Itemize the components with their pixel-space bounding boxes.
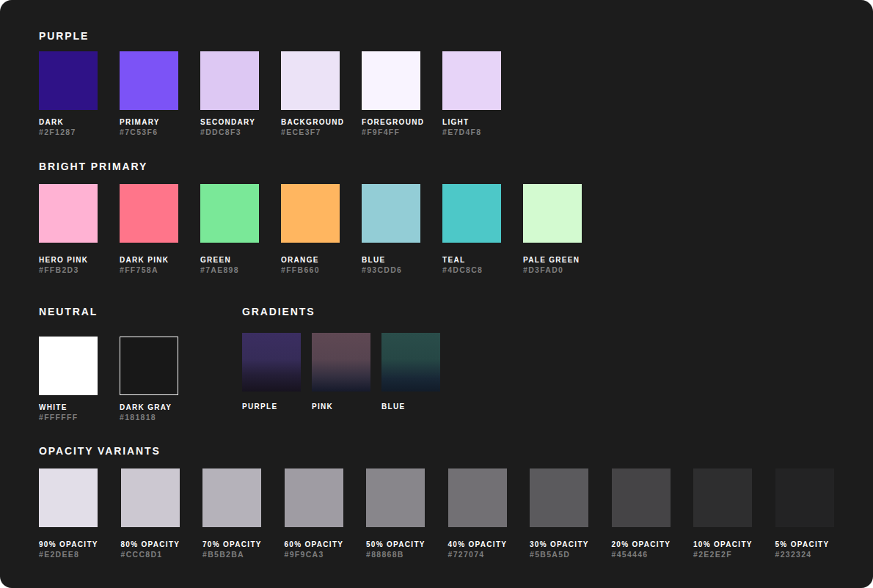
color-swatch: 40% OPACITY #727074	[448, 468, 507, 559]
swatch-hex: #FF758A	[120, 265, 178, 274]
neutral-gradients-row: NEUTRAL WHITE #FFFFFF DARK GRAY #181818	[39, 306, 873, 422]
color-chip	[39, 184, 98, 243]
swatch-hex: #D3FAD0	[523, 265, 582, 274]
color-swatch: 30% OPACITY #5B5A5D	[530, 468, 588, 559]
color-chip	[530, 468, 588, 527]
gradient-chip	[242, 333, 301, 392]
color-chip	[366, 468, 425, 527]
swatch-name: BLUE	[381, 403, 440, 411]
color-swatch: FOREGROUND #F9F4FF	[362, 51, 420, 136]
color-chip	[202, 468, 261, 527]
swatch-hex: #7C53F6	[120, 128, 178, 136]
color-chip	[775, 468, 834, 527]
color-chip	[612, 468, 671, 527]
color-swatch: ORANGE #FFB660	[281, 184, 340, 274]
swatch-hex: #2E2E2F	[693, 550, 752, 559]
color-swatch: PRIMARY #7C53F6	[120, 51, 178, 136]
section-title-bright-primary: BRIGHT PRIMARY	[39, 161, 873, 172]
section-purple: PURPLE DARK #2F1287 PRIMARY #7C53F6 SECO…	[39, 31, 873, 136]
color-chip	[39, 468, 98, 527]
swatch-name: 90% OPACITY	[39, 540, 98, 548]
swatch-name: PRIMARY	[120, 118, 178, 126]
swatch-hex: #181818	[120, 413, 178, 422]
swatch-hex: #E2DEE8	[39, 550, 98, 559]
swatch-row-bright-primary: HERO PINK #FFB2D3 DARK PINK #FF758A GREE…	[39, 184, 873, 274]
swatch-name: HERO PINK	[39, 256, 98, 264]
color-swatch: 80% OPACITY #CCC8D1	[121, 468, 180, 559]
swatch-hex: #2F1287	[39, 128, 98, 136]
color-chip	[120, 337, 178, 395]
swatch-name: LIGHT	[442, 118, 501, 126]
swatch-hex: #FFB2D3	[39, 265, 98, 274]
swatch-name: 70% OPACITY	[202, 540, 261, 548]
color-palette-page: PURPLE DARK #2F1287 PRIMARY #7C53F6 SECO…	[0, 0, 873, 588]
swatch-hex: #93CDD6	[362, 265, 420, 274]
swatch-hex: #232324	[775, 550, 834, 559]
swatch-name: 80% OPACITY	[121, 540, 180, 548]
color-chip	[285, 468, 343, 527]
color-swatch: DARK #2F1287	[39, 51, 98, 136]
swatch-row-gradients: PURPLE PINK BLUE	[242, 333, 440, 411]
color-swatch: HERO PINK #FFB2D3	[39, 184, 98, 274]
color-chip	[281, 184, 340, 243]
swatch-hex: #CCC8D1	[121, 550, 180, 559]
color-swatch: BACKGROUND #ECE3F7	[281, 51, 340, 136]
color-swatch: SECONDARY #DDC8F3	[200, 51, 259, 136]
swatch-name: SECONDARY	[200, 118, 259, 126]
swatch-name: 40% OPACITY	[448, 540, 507, 548]
swatch-name: 30% OPACITY	[530, 540, 588, 548]
gradient-chip	[381, 333, 440, 392]
swatch-hex: #727074	[448, 550, 507, 559]
section-gradients: GRADIENTS PURPLE PINK BLUE	[242, 306, 440, 422]
swatch-name: GREEN	[200, 256, 259, 264]
color-chip	[39, 51, 98, 110]
color-swatch: DARK PINK #FF758A	[120, 184, 178, 274]
gradient-swatch: BLUE	[381, 333, 440, 411]
swatch-hex: #7AE898	[200, 265, 259, 274]
color-swatch: PALE GREEN #D3FAD0	[523, 184, 582, 274]
swatch-name: 50% OPACITY	[366, 540, 425, 548]
color-swatch: 60% OPACITY #9F9CA3	[285, 468, 343, 559]
swatch-hex: #454446	[612, 550, 671, 559]
swatch-name: BACKGROUND	[281, 118, 340, 126]
swatch-name: 5% OPACITY	[775, 540, 834, 548]
color-chip	[442, 184, 501, 243]
color-swatch: DARK GRAY #181818	[120, 337, 178, 422]
section-title-opacity-variants: OPACITY VARIANTS	[39, 446, 873, 457]
swatch-name: TEAL	[442, 256, 501, 264]
swatch-name: 10% OPACITY	[693, 540, 752, 548]
color-chip	[362, 184, 420, 243]
swatch-hex: #88868B	[366, 550, 425, 559]
swatch-name: BLUE	[362, 256, 420, 264]
color-chip	[442, 51, 501, 110]
swatch-hex: #F9F4FF	[362, 128, 420, 136]
color-swatch: 10% OPACITY #2E2E2F	[693, 468, 752, 559]
color-chip	[120, 51, 178, 110]
swatch-row-neutral: WHITE #FFFFFF DARK GRAY #181818	[39, 337, 242, 422]
section-title-purple: PURPLE	[39, 31, 873, 42]
swatch-hex: #9F9CA3	[285, 550, 343, 559]
swatch-name: WHITE	[39, 403, 98, 411]
color-swatch: 90% OPACITY #E2DEE8	[39, 468, 98, 559]
color-chip	[448, 468, 507, 527]
section-opacity-variants: OPACITY VARIANTS 90% OPACITY #E2DEE8 80%…	[39, 446, 873, 559]
swatch-name: PALE GREEN	[523, 256, 582, 264]
section-neutral: NEUTRAL WHITE #FFFFFF DARK GRAY #181818	[39, 306, 242, 422]
swatch-row-purple: DARK #2F1287 PRIMARY #7C53F6 SECONDARY #…	[39, 51, 873, 136]
color-swatch: 70% OPACITY #B5B2BA	[202, 468, 261, 559]
swatch-name: PINK	[312, 403, 370, 411]
color-swatch: GREEN #7AE898	[200, 184, 259, 274]
swatch-name: 60% OPACITY	[285, 540, 343, 548]
swatch-name: FOREGROUND	[362, 118, 420, 126]
section-title-gradients: GRADIENTS	[242, 306, 440, 317]
swatch-name: PURPLE	[242, 403, 301, 411]
gradient-chip	[312, 333, 370, 392]
swatch-name: ORANGE	[281, 256, 340, 264]
swatch-hex: #DDC8F3	[200, 128, 259, 136]
swatch-hex: #4DC8C8	[442, 265, 501, 274]
color-swatch: LIGHT #E7D4F8	[442, 51, 501, 136]
color-chip	[281, 51, 340, 110]
swatch-hex: #FFFFFF	[39, 413, 98, 422]
color-chip	[693, 468, 752, 527]
swatch-hex: #E7D4F8	[442, 128, 501, 136]
